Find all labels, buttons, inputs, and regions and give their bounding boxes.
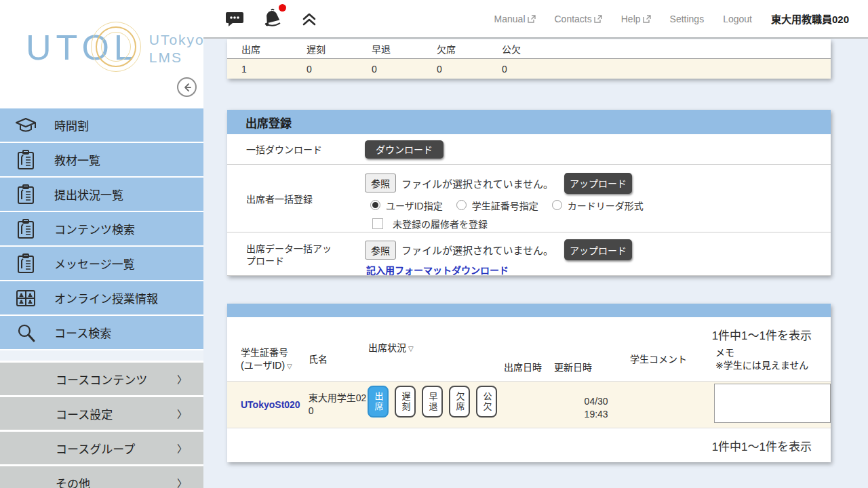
student-name: 東大用学生020: [309, 392, 367, 416]
sidebar-item-timetable[interactable]: 時間割: [0, 108, 203, 142]
status-present-button[interactable]: 出席: [368, 386, 389, 418]
sidebar: UTOL UTokyo LMS 時間割 教材一覧: [0, 0, 203, 488]
attendee-bulk-controls: 参照 ファイルが選択されていません。 アップロード ユーザID指定 学生証番号指…: [365, 167, 652, 230]
sidebar-item-course-search[interactable]: コース検索: [0, 316, 203, 349]
external-link-icon: [594, 15, 602, 23]
status-early-leave-button[interactable]: 早退: [422, 386, 443, 418]
chevron-right-icon: 〉: [177, 372, 187, 386]
link-label: Manual: [494, 14, 526, 24]
updated-datetime-value: 04/30 19:43: [553, 395, 629, 421]
download-button[interactable]: ダウンロード: [365, 140, 443, 159]
message-button[interactable]: [225, 10, 244, 28]
summary-header-cell: 公欠: [488, 39, 553, 58]
column-label: 学生証番号: [241, 346, 309, 359]
bulk-download-row: 一括ダウンロード ダウンロード: [227, 134, 831, 165]
summary-header-cell: 出席: [227, 39, 292, 58]
main-area: Manual Contacts Help Settings Logout 東大用…: [203, 0, 868, 488]
register-unenrolled-checkbox[interactable]: [372, 218, 383, 229]
help-link[interactable]: Help: [621, 14, 651, 24]
radio-card-reader-format[interactable]: [552, 200, 562, 210]
id-type-radio-group: ユーザID指定 学生証番号指定 カードリーダ形式: [370, 199, 652, 212]
upload-button[interactable]: アップロード: [564, 173, 632, 194]
sort-down-icon: ▽: [287, 363, 292, 370]
sidebar-collapse-button[interactable]: [177, 77, 197, 97]
sidebar-item-messages[interactable]: メッセージ一覧: [0, 247, 203, 280]
settings-link[interactable]: Settings: [670, 14, 705, 24]
attendance-status-buttons: 出席 遅刻 早退 欠席 公欠: [368, 386, 502, 418]
link-label: Help: [621, 14, 641, 24]
status-excused-button[interactable]: 公欠: [476, 386, 497, 418]
sidebar-item-others[interactable]: その他 〉: [0, 466, 203, 488]
sidebar-item-content-search[interactable]: コンテンツ検索: [0, 212, 203, 245]
student-attendance-table: 1件中1〜1件を表示 学生証番号 (ユーザID)▽ 氏名 出席状況▽ 出席日時 …: [227, 304, 831, 462]
sidebar-item-label: コース検索: [54, 324, 111, 341]
column-label: メモ: [715, 346, 831, 359]
sidebar-item-online-class[interactable]: オンライン授業情報: [0, 281, 203, 314]
table-header-row: 学生証番号 (ユーザID)▽ 氏名 出席状況▽ 出席日時 更新日時 学生コメント…: [227, 338, 831, 381]
summary-value-row: 1 0 0 0 0: [227, 59, 831, 79]
logo-subtitle-line1: UTokyo: [149, 31, 205, 49]
student-id-link[interactable]: UTokyoSt020: [241, 399, 300, 410]
logo-rings-decoration: [91, 22, 141, 72]
no-file-selected-text: ファイルが選択されていません。: [401, 176, 553, 190]
browse-file-button[interactable]: 参照: [365, 241, 396, 260]
summary-value-cell: 1: [227, 59, 292, 79]
sidebar-item-label: メッセージ一覧: [54, 255, 135, 272]
sidebar-item-label: 教材一覧: [54, 151, 100, 168]
radio-user-id[interactable]: [370, 200, 380, 210]
memo-textarea[interactable]: [714, 384, 831, 423]
attendee-bulk-row: 出席者一括登録 参照 ファイルが選択されていません。 アップロード ユーザID指…: [227, 165, 831, 232]
sidebar-item-label: オンライン授業情報: [54, 289, 158, 306]
summary-value-cell: 0: [488, 59, 553, 79]
column-header-memo: メモ ※学生には見えません: [715, 346, 831, 372]
sidebar-menu: 時間割 教材一覧 提出状況一覧 コンテンツ検索 メッセージ一覧: [0, 108, 203, 349]
logo-subtitle-line2: LMS: [149, 49, 205, 66]
sidebar-item-materials[interactable]: 教材一覧: [0, 143, 203, 176]
summary-value-cell: 0: [292, 59, 357, 79]
column-header-attendance-datetime: 出席日時: [504, 361, 554, 374]
attendee-bulk-label: 出席者一括登録: [227, 192, 365, 205]
notification-badge: [279, 4, 286, 12]
summary-value-cell: 0: [422, 59, 488, 79]
sidebar-item-course-group[interactable]: コースグループ 〉: [0, 432, 203, 464]
collapse-header-button[interactable]: [301, 12, 317, 26]
sidebar-item-submissions[interactable]: 提出状況一覧: [0, 178, 203, 211]
status-absent-button[interactable]: 欠席: [449, 386, 470, 418]
topbar: Manual Contacts Help Settings Logout 東大用…: [203, 0, 868, 39]
radio-label: ユーザID指定: [386, 199, 443, 212]
no-file-selected-text: ファイルが選択されていません。: [401, 243, 553, 257]
summary-header-cell: 遅刻: [292, 39, 357, 58]
column-note: ※学生には見えません: [715, 359, 831, 372]
sidebar-item-label: 提出状況一覧: [54, 186, 123, 203]
result-count-text: 1件中1〜1件を表示: [712, 437, 812, 454]
clipboard-icon: [12, 252, 39, 275]
contacts-link[interactable]: Contacts: [555, 14, 602, 24]
sidebar-item-course-contents[interactable]: コースコンテンツ 〉: [0, 363, 203, 395]
summary-header-row: 出席 遅刻 早退 欠席 公欠: [227, 39, 831, 59]
radio-label: カードリーダ形式: [568, 199, 644, 212]
sidebar-item-label: 時間割: [54, 117, 89, 134]
logo-area: UTOL UTokyo LMS: [0, 0, 203, 108]
column-label: 出席状況: [368, 342, 406, 353]
logout-link[interactable]: Logout: [723, 14, 752, 24]
browse-file-button[interactable]: 参照: [365, 174, 396, 192]
manual-link[interactable]: Manual: [494, 14, 536, 24]
sidebar-item-course-settings[interactable]: コース設定 〉: [0, 397, 203, 430]
link-label: Contacts: [555, 14, 592, 24]
column-header-name: 氏名: [309, 353, 368, 366]
radio-student-card-number[interactable]: [456, 200, 467, 210]
column-header-student-id[interactable]: 学生証番号 (ユーザID)▽: [241, 346, 309, 372]
file-select-line: 参照 ファイルが選択されていません。 アップロード: [365, 239, 632, 260]
message-icon: [225, 10, 244, 28]
sidebar-item-label: コース設定: [56, 405, 113, 422]
sidebar-item-label: コンテンツ検索: [54, 220, 135, 237]
bulk-download-label: 一括ダウンロード: [227, 142, 365, 156]
table-top-bar: [227, 304, 831, 317]
table-footer: 1件中1〜1件を表示: [227, 428, 831, 462]
status-late-button[interactable]: 遅刻: [395, 386, 416, 418]
column-header-status[interactable]: 出席状況▽: [368, 342, 504, 354]
notification-button[interactable]: [262, 8, 283, 30]
upload-button[interactable]: アップロード: [564, 239, 632, 260]
column-header-updated-datetime: 更新日時: [554, 361, 630, 374]
format-download-link[interactable]: 記入用フォーマットダウンロード: [366, 263, 632, 277]
